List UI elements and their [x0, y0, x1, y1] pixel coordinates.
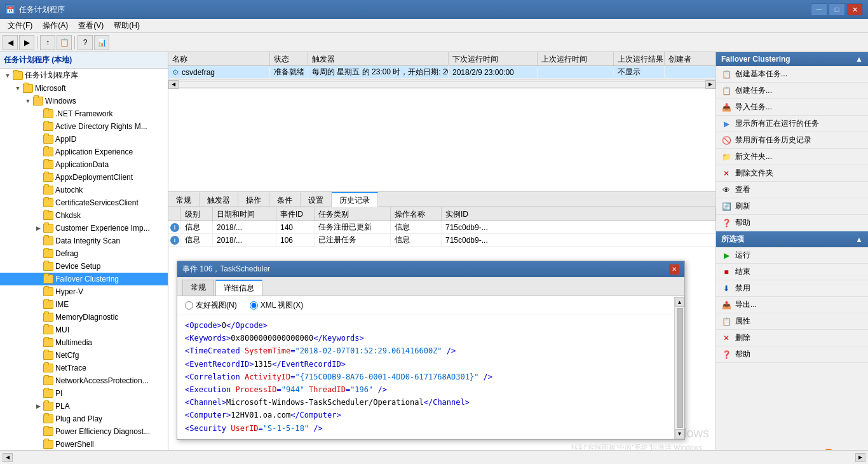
col-trigger[interactable]: 触发器: [308, 52, 449, 65]
toolbar-forward[interactable]: ▶: [19, 35, 34, 50]
action-section-1-collapse: ▲: [855, 55, 863, 64]
action-export[interactable]: 📤 导出...: [716, 297, 868, 313]
tree-item-4[interactable]: ApplicationData: [0, 158, 168, 171]
tree-item-6[interactable]: Autochk: [0, 184, 168, 196]
tree-item-12[interactable]: Device Setup: [0, 260, 168, 273]
folder-icon-10: [43, 236, 53, 245]
tab-triggers[interactable]: 触发器: [200, 192, 238, 207]
radio-xml-input[interactable]: [250, 301, 258, 310]
col-result[interactable]: 上次运行结果: [614, 52, 665, 65]
tree-item-2[interactable]: AppID: [0, 133, 168, 146]
action-help-1[interactable]: ❓ 帮助: [716, 215, 868, 231]
tree-item-5[interactable]: AppxDeploymentClient: [0, 171, 168, 184]
toolbar-back[interactable]: ◀: [3, 35, 18, 50]
tree-item-10[interactable]: Data Integrity Scan: [0, 235, 168, 247]
action-create-basic[interactable]: 📋 创建基本任务...: [716, 66, 868, 83]
tree-item-16[interactable]: MemoryDiagnostic: [0, 311, 168, 324]
tree-item-8[interactable]: Chkdsk: [0, 209, 168, 222]
col-last[interactable]: 上次运行时间: [538, 52, 614, 65]
task-hscrollbar[interactable]: ◀ ▶: [168, 79, 715, 89]
toolbar-extra[interactable]: 📊: [94, 35, 109, 50]
tree-item-18[interactable]: Multimedia: [0, 336, 168, 349]
menu-action[interactable]: 操作(A): [37, 19, 73, 32]
dialog-vscrollbar[interactable]: ▲ ▼: [674, 297, 684, 439]
col-creator[interactable]: 创建者: [665, 52, 715, 65]
action-view-label: 查看: [735, 184, 750, 195]
tree-windows[interactable]: ▼ Windows: [0, 95, 168, 107]
tree-item-24[interactable]: Plug and Play: [0, 413, 168, 425]
action-help-2[interactable]: ❓ 帮助: [716, 346, 868, 363]
menu-view[interactable]: 查看(V): [73, 19, 109, 32]
action-section-1-header[interactable]: Failover Clustering ▲: [716, 52, 868, 66]
tree-label-10: Data Integrity Scan: [55, 236, 120, 245]
col-name[interactable]: 名称: [168, 52, 270, 65]
tree-item-13[interactable]: Failover Clustering: [0, 273, 168, 285]
tree-item-3[interactable]: Application Experience: [0, 146, 168, 158]
tree-item-19[interactable]: NetCfg: [0, 349, 168, 362]
tab-settings[interactable]: 设置: [301, 192, 332, 207]
tab-actions[interactable]: 操作: [238, 192, 269, 207]
tree-item-23[interactable]: ▶PLA: [0, 400, 168, 413]
menu-file[interactable]: 文件(F): [3, 19, 37, 32]
tree-item-25[interactable]: Power Efficiency Diagnost...: [0, 425, 168, 438]
action-delete[interactable]: ✕ 删除: [716, 330, 868, 346]
tab-general[interactable]: 常规: [168, 192, 200, 207]
action-refresh[interactable]: 🔄 刷新: [716, 198, 868, 215]
tree-item-14[interactable]: Hyper-V: [0, 285, 168, 298]
tree-item-9[interactable]: ▶Customer Experience Imp...: [0, 222, 168, 235]
vscroll-up-btn[interactable]: ▲: [675, 297, 684, 307]
action-end[interactable]: ■ 结束: [716, 264, 868, 280]
radio-friendly-input[interactable]: [185, 301, 193, 310]
tree-item-0[interactable]: .NET Framework: [0, 107, 168, 120]
action-properties[interactable]: 📋 属性: [716, 313, 868, 330]
menu-help[interactable]: 帮助(H): [109, 19, 145, 32]
tree-microsoft[interactable]: ▼ Microsoft: [0, 82, 168, 95]
tab-conditions[interactable]: 条件: [269, 192, 301, 207]
history-row-2[interactable]: i 信息 2018/... 106 已注册任务 信息 715c0db9-...: [168, 234, 715, 247]
tree-item-11[interactable]: Defrag: [0, 247, 168, 260]
action-create-task[interactable]: 📋 创建任务...: [716, 83, 868, 99]
action-delete-folder[interactable]: ✕ 删除文件夹: [716, 165, 868, 182]
event-tab-detail[interactable]: 详细信息: [215, 280, 262, 296]
maximize-button[interactable]: □: [829, 3, 845, 16]
action-section-2-header[interactable]: 所选项 ▲: [716, 231, 868, 247]
tree-item-15[interactable]: IME: [0, 298, 168, 311]
toolbar-help[interactable]: ?: [78, 35, 93, 50]
tree-library[interactable]: ▼ 任务计划程序库: [0, 69, 168, 82]
scroll-right-btn[interactable]: ▶: [705, 80, 715, 89]
tree-item-17[interactable]: MUI: [0, 324, 168, 336]
action-disable[interactable]: ⬇ 禁用: [716, 280, 868, 297]
tree-item-7[interactable]: CertificateServicesClient: [0, 196, 168, 209]
tree-item-26[interactable]: PowerShell: [0, 438, 168, 450]
action-run[interactable]: ▶ 运行: [716, 247, 868, 264]
vscroll-down-btn[interactable]: ▼: [675, 429, 684, 439]
status-scroll-left[interactable]: ◀: [3, 453, 13, 462]
task-row-csvdefrag[interactable]: ⚙ csvdefrag 准备就绪 每周的 星期五 的 23:00 时，开始日期:…: [168, 66, 715, 79]
tree-label-13: Failover Clustering: [55, 275, 119, 283]
tree-item-21[interactable]: NetworkAccessProtection...: [0, 374, 168, 387]
radio-xml[interactable]: XML 视图(X): [250, 300, 304, 311]
vscroll-thumb: [677, 308, 683, 428]
col-next[interactable]: 下次运行时间: [449, 52, 538, 65]
event-tab-general[interactable]: 常规: [182, 280, 214, 296]
status-scroll-right[interactable]: ▶: [855, 453, 865, 462]
toolbar-show[interactable]: 📋: [57, 35, 72, 50]
action-view[interactable]: 👁 查看: [716, 182, 868, 198]
history-row-1[interactable]: i 信息 2018/... 140 任务注册已更新 信息 715c0db9-..…: [168, 221, 715, 234]
action-show-running[interactable]: ▶ 显示所有正在运行的任务: [716, 116, 868, 132]
col-status[interactable]: 状态: [270, 52, 308, 65]
tree-root[interactable]: 任务计划程序 (本地): [0, 52, 168, 69]
action-disable-history[interactable]: 🚫 禁用所有任务历史记录: [716, 132, 868, 149]
tree-item-1[interactable]: Active Directory Rights M...: [0, 120, 168, 133]
action-new-folder[interactable]: 📁 新文件夹...: [716, 149, 868, 165]
radio-friendly[interactable]: 友好视图(N): [185, 300, 237, 311]
tree-item-22[interactable]: PI: [0, 387, 168, 400]
toolbar-up[interactable]: ↑: [40, 35, 55, 50]
tab-history[interactable]: 历史记录: [332, 192, 378, 207]
event-close-button[interactable]: ✕: [669, 264, 679, 275]
tree-item-20[interactable]: NetTrace: [0, 362, 168, 374]
minimize-button[interactable]: ─: [811, 3, 827, 16]
scroll-left-btn[interactable]: ◀: [168, 80, 179, 89]
close-button[interactable]: ✕: [846, 3, 863, 16]
action-import[interactable]: 📥 导入任务...: [716, 99, 868, 116]
